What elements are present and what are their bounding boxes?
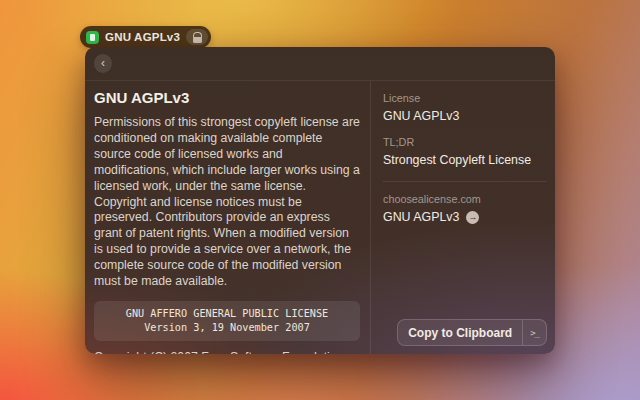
license-heading-box: GNU AFFERO GENERAL PUBLIC LICENSE Versio… (94, 301, 360, 341)
lock-button[interactable] (186, 29, 208, 45)
license-detail-pane: GNU AGPLv3 Permissions of this strongest… (85, 81, 370, 354)
external-arrow-icon: → (466, 211, 479, 224)
copy-to-clipboard-button[interactable]: Copy to Clipboard >_ (397, 319, 547, 346)
license-heading-line2: Version 3, 19 November 2007 (102, 321, 352, 335)
copyright-text: Copyright (C) 2007 Free Software Foundat… (94, 350, 360, 354)
sidebar-separator (383, 181, 547, 182)
floating-app-tab[interactable]: GNU AGPLv3 (80, 26, 211, 48)
license-viewer-window: ‹ GNU AGPLv3 Permissions of this stronge… (85, 47, 555, 354)
meta-label-tldr: TL;DR (383, 136, 547, 148)
window-header: ‹ (85, 47, 555, 81)
app-tab-label: GNU AGPLv3 (105, 31, 180, 43)
meta-value-license: GNU AGPLv3 (383, 109, 547, 123)
shortcut-hint-icon: >_ (522, 320, 546, 345)
license-heading-line1: GNU AFFERO GENERAL PUBLIC LICENSE (102, 307, 352, 321)
choosealicense-link[interactable]: GNU AGPLv3 → (383, 210, 547, 224)
chevron-left-icon: ‹ (101, 57, 105, 69)
license-summary: Permissions of this strongest copyleft l… (94, 115, 360, 290)
app-icon (86, 31, 99, 44)
metadata-sidebar: License GNU AGPLv3 TL;DR Strongest Copyl… (370, 81, 555, 354)
page-title: GNU AGPLv3 (94, 89, 360, 106)
meta-value-tldr: Strongest Copyleft License (383, 153, 547, 167)
meta-label-license: License (383, 92, 547, 104)
back-button[interactable]: ‹ (94, 54, 112, 73)
meta-label-choosealicense: choosealicense.com (383, 193, 547, 205)
